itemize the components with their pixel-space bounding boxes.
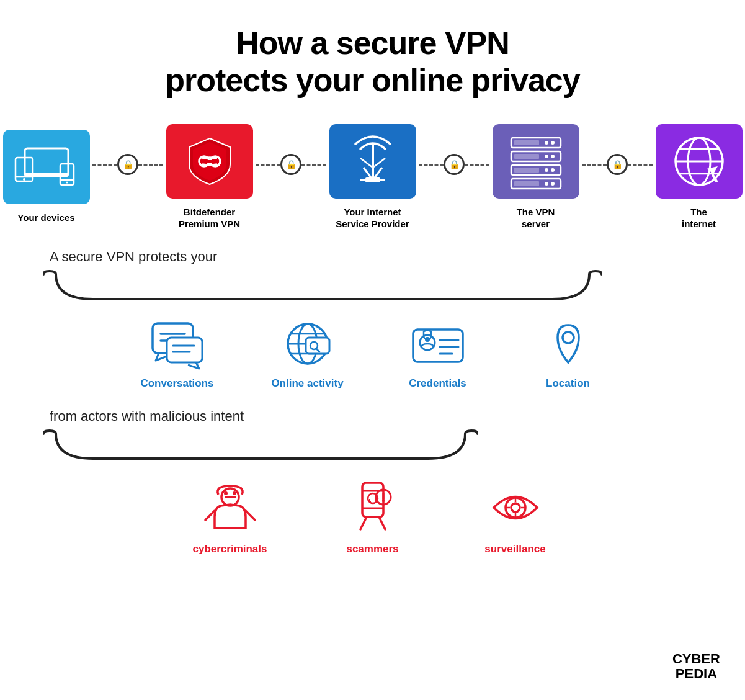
online-activity-label: Online activity [271, 377, 343, 390]
svg-point-64 [233, 491, 236, 495]
devices-icon-box [3, 130, 90, 204]
flow-item-internet: The internet [653, 124, 745, 230]
svg-rect-27 [514, 168, 539, 173]
flow-item-bitdefender: Bitdefender Premium VPN [163, 124, 256, 230]
actors-icons-row: cybercriminals [37, 480, 708, 555]
online-activity-icon [280, 320, 336, 370]
bitdefender-label: Bitdefender Premium VPN [179, 206, 240, 230]
svg-rect-23 [514, 154, 539, 159]
surveillance-item: surveillance [469, 480, 562, 555]
svg-line-66 [246, 511, 255, 520]
svg-point-79 [511, 503, 520, 512]
svg-point-77 [382, 500, 385, 502]
svg-rect-67 [362, 483, 383, 517]
internet-label: The internet [682, 206, 716, 230]
scammers-label: scammers [346, 543, 398, 555]
svg-point-20 [551, 141, 555, 145]
location-label: Location [546, 377, 590, 390]
main-title: How a secure VPN protects your online pr… [0, 0, 745, 99]
vpn-server-icon [502, 130, 570, 192]
cyberpedia-logo: CYBERPEDIA [672, 652, 720, 681]
svg-point-32 [551, 182, 555, 186]
internet-icon [668, 130, 730, 192]
svg-line-15 [360, 158, 373, 168]
flow-section: Your devices 🔒 Bitdefender Premium VPN [0, 124, 745, 230]
svg-point-25 [545, 155, 548, 158]
conversations-item: Conversations [131, 320, 224, 390]
lock-icon-4: 🔒 [607, 154, 628, 175]
svg-point-60 [563, 332, 574, 343]
svg-point-4 [23, 178, 25, 181]
conversations-icon [149, 320, 205, 370]
location-icon [540, 320, 596, 370]
svg-rect-31 [514, 181, 539, 186]
devices-icon [12, 139, 81, 195]
isp-label: Your Internet Service Provider [336, 206, 409, 230]
isp-icon [342, 130, 404, 192]
protects-section: A secure VPN protects your Conversations [37, 249, 708, 390]
surveillance-label: surveillance [484, 543, 545, 555]
credentials-label: Credentials [409, 377, 466, 390]
connector-1: 🔒 [92, 154, 163, 175]
isp-icon-box [329, 124, 416, 199]
svg-rect-0 [25, 148, 68, 176]
protection-icons-row: Conversations Online activity [37, 320, 708, 390]
scammers-item: scammers [326, 480, 419, 555]
svg-point-21 [545, 141, 548, 145]
online-activity-item: Online activity [261, 320, 354, 390]
surveillance-icon [488, 480, 543, 536]
actors-intro: from actors with malicious intent [50, 408, 708, 424]
connector-4: 🔒 [582, 154, 653, 175]
credentials-icon [410, 320, 466, 370]
svg-rect-17 [365, 177, 380, 182]
svg-point-28 [551, 168, 555, 172]
svg-line-65 [205, 511, 215, 520]
conversations-label: Conversations [140, 377, 213, 390]
actors-section: from actors with malicious intent [37, 408, 708, 555]
flow-item-vpn-server: The VPN server [489, 124, 582, 230]
connector-2: 🔒 [256, 154, 326, 175]
internet-icon-box [656, 124, 743, 199]
vpn-server-label: The VPN server [517, 206, 555, 230]
svg-line-16 [373, 158, 385, 168]
actors-brace [43, 428, 478, 465]
lock-icon-1: 🔒 [117, 154, 138, 175]
bitdefender-icon [182, 133, 238, 189]
cybercriminals-item: cybercriminals [184, 480, 277, 555]
protects-intro: A secure VPN protects your [50, 249, 708, 265]
bitdefender-icon-box [166, 124, 253, 199]
svg-point-33 [545, 182, 548, 186]
flow-item-devices: Your devices [0, 130, 92, 224]
svg-rect-19 [514, 140, 539, 145]
cybercriminals-label: cybercriminals [192, 543, 267, 555]
vpn-server-icon-box [493, 124, 579, 199]
location-item: Location [522, 320, 615, 390]
scammers-icon [345, 480, 401, 536]
svg-rect-43 [167, 338, 202, 362]
cybercriminals-icon [202, 480, 258, 536]
lock-icon-3: 🔒 [444, 154, 465, 175]
connector-3: 🔒 [419, 154, 489, 175]
svg-point-7 [66, 182, 68, 184]
protects-brace [43, 268, 602, 305]
credentials-item: Credentials [391, 320, 484, 390]
devices-label: Your devices [17, 212, 74, 224]
svg-point-63 [224, 491, 228, 495]
svg-point-24 [551, 155, 555, 158]
lock-icon-2: 🔒 [280, 154, 301, 175]
flow-item-isp: Your Internet Service Provider [326, 124, 419, 230]
svg-rect-1 [25, 173, 68, 176]
svg-point-29 [545, 168, 548, 172]
